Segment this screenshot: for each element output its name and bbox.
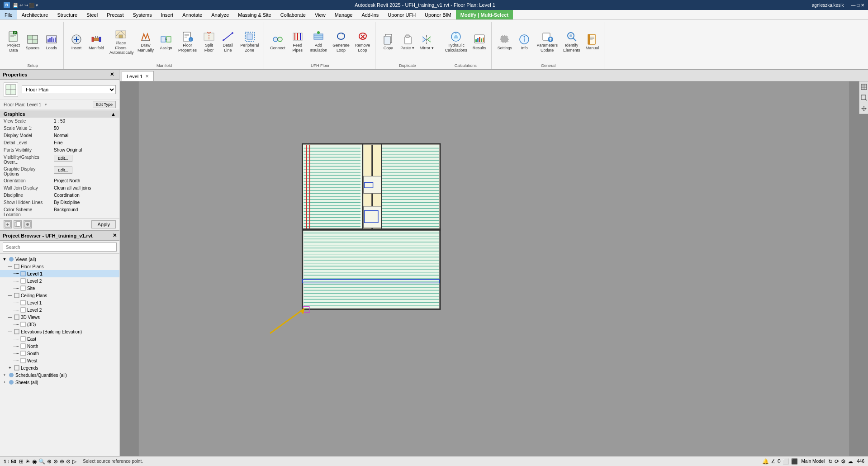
nav-icon1[interactable]: ⊕ (47, 458, 52, 465)
prop-icon-3[interactable] (24, 220, 32, 228)
canvas[interactable] (120, 81, 868, 456)
hydraulic-calc-button[interactable]: HydraulicCalculations (443, 29, 470, 54)
menu-systems[interactable]: Systems (128, 10, 156, 19)
settings-icon2[interactable]: ⚙ (841, 458, 846, 465)
cloud-icon[interactable]: ☁ (848, 458, 853, 465)
manifold-button[interactable]: Manifold (86, 32, 106, 52)
apply-button[interactable]: Apply (91, 220, 116, 228)
tree-sheets[interactable]: + Sheets (all) (0, 379, 119, 386)
manual-button[interactable]: Manual (583, 32, 601, 52)
menu-precast[interactable]: Precast (102, 10, 128, 19)
params-update-button[interactable]: ParametersUpdate (534, 29, 560, 54)
identify-elements-button[interactable]: IdentifyElements (561, 29, 583, 54)
split-floor-button[interactable]: SplitFloor (200, 29, 218, 54)
level1-tab[interactable]: Level 1 ✕ (122, 71, 154, 81)
place-floors-button[interactable]: Place FloorsAutomatically (107, 27, 134, 57)
browser-close[interactable]: ✕ (113, 233, 117, 238)
menu-uponor-ufh[interactable]: Uponor UFH (383, 10, 420, 19)
peripheral-zone-button[interactable]: PeripheralZone (238, 29, 261, 54)
graphic-display-value[interactable]: Edit... (52, 166, 119, 177)
zoom-in-icon[interactable]: 🔍 (38, 458, 45, 465)
properties-close[interactable]: ✕ (107, 70, 117, 80)
toggle-ceiling[interactable]: — (7, 293, 13, 298)
tree-west[interactable]: ····· West (0, 357, 119, 364)
refresh-icon[interactable]: ↻ (828, 458, 833, 465)
menu-addins[interactable]: Add-Ins (357, 10, 383, 19)
menu-file[interactable]: File (0, 10, 17, 19)
detail-line-button[interactable]: DetailLine (219, 29, 237, 54)
tree-south[interactable]: ····· South (0, 350, 119, 357)
tree-level2[interactable]: ····· Level 2 (0, 277, 119, 285)
toggle-3d[interactable]: — (7, 315, 13, 319)
draw-manually-button[interactable]: DrawManually (135, 29, 156, 54)
results-button[interactable]: Results (470, 32, 489, 52)
sync-icon[interactable]: ⟳ (835, 458, 839, 465)
tree-ceiling-level2[interactable]: ····· Level 2 (0, 306, 119, 314)
loads-button[interactable]: Loads (43, 32, 61, 52)
window-controls[interactable]: — □ ✕ (851, 3, 864, 8)
assign-button[interactable]: Assign (157, 32, 175, 52)
edit-type-button[interactable]: Edit Type (93, 101, 116, 108)
nav-icon5[interactable]: ▷ (72, 458, 76, 465)
tree-level1[interactable]: ····· Level 1 (0, 270, 119, 277)
generate-loop-button[interactable]: GenerateLoop (330, 29, 352, 54)
mirror-button[interactable]: Mirror ▾ (417, 32, 436, 52)
scale-icon[interactable]: ⊞ (19, 458, 24, 465)
menu-uponor-bim[interactable]: Uponor BIM (420, 10, 456, 19)
toggle-schedules[interactable]: + (2, 373, 7, 377)
nav-icon3[interactable]: ⊗ (60, 458, 64, 465)
tree-site[interactable]: ····· Site (0, 285, 119, 292)
menu-massing[interactable]: Massing & Site (233, 10, 275, 19)
nav-icon4[interactable]: ⊘ (66, 458, 71, 465)
toggle-legends[interactable]: + (7, 366, 13, 370)
zoom-fit-icon[interactable] (859, 81, 868, 92)
menu-analyze[interactable]: Analyze (207, 10, 233, 19)
graphic-display-edit-btn[interactable]: Edit... (54, 166, 72, 174)
connect-button[interactable]: Connect (268, 32, 288, 52)
view-icon1[interactable]: ⬜ (783, 458, 789, 465)
graphics-collapse[interactable]: ▲ (111, 111, 116, 117)
sun-icon[interactable]: ☀ (25, 458, 30, 465)
tree-ceiling-plans[interactable]: — Ceiling Plans (0, 292, 119, 299)
toggle-level1[interactable]: ····· (14, 271, 19, 276)
spaces-button[interactable]: Spaces (24, 32, 42, 52)
view-icon2[interactable]: ⬛ (791, 458, 798, 465)
remove-loop-button[interactable]: RemoveLoop (353, 29, 373, 54)
menu-steel[interactable]: Steel (82, 10, 102, 19)
feed-pipes-button[interactable]: FeedPipes (289, 29, 307, 54)
copy-button[interactable]: Copy (379, 32, 397, 52)
tree-views-all[interactable]: ▼ Views (all) (0, 256, 119, 263)
render-icon[interactable]: ◉ (32, 458, 37, 465)
tree-ceiling-level1[interactable]: ····· Level 1 (0, 299, 119, 306)
tree-north[interactable]: ····· North (0, 342, 119, 350)
tree-schedules[interactable]: + Schedules/Quantities (all) (0, 371, 119, 379)
tree-elevations[interactable]: — Elevations (Building Elevation) (0, 328, 119, 335)
project-data-button[interactable]: P ProjectData (5, 29, 23, 54)
settings-button[interactable]: Settings (495, 32, 515, 52)
visibility-graphics-value[interactable]: Edit... (52, 154, 119, 165)
dropdown-arrow[interactable]: ▾ (45, 102, 47, 107)
menu-architecture[interactable]: Architecture (17, 10, 53, 19)
floor-properties-button[interactable]: i FloorProperties (176, 29, 199, 54)
toggle-sheets[interactable]: + (2, 380, 7, 385)
floor-plan-type-select[interactable]: Floor Plan (22, 85, 116, 94)
prop-icon-2[interactable] (14, 220, 22, 228)
menu-structure[interactable]: Structure (52, 10, 82, 19)
menu-modify-multiselect[interactable]: Modify | Multi-Select (456, 10, 513, 19)
toggle-floor-plans[interactable]: — (7, 264, 13, 269)
paste-button[interactable]: Paste ▾ (398, 32, 417, 52)
tree-east[interactable]: ····· East (0, 335, 119, 342)
insert-button[interactable]: Insert (67, 32, 85, 52)
tree-legends[interactable]: + Legends (0, 364, 119, 371)
visibility-edit-btn[interactable]: Edit... (54, 155, 72, 162)
toggle-elev[interactable]: — (7, 329, 13, 334)
prop-icon-1[interactable] (4, 220, 12, 228)
tree-floor-plans[interactable]: — Floor Plans (0, 263, 119, 270)
info-button[interactable]: i Info (515, 32, 533, 52)
menu-manage[interactable]: Manage (330, 10, 357, 19)
tab-close[interactable]: ✕ (145, 74, 149, 79)
tree-3d[interactable]: ····· (3D) (0, 321, 119, 328)
add-insulation-button[interactable]: AddInsulation (308, 29, 330, 54)
tree-3d-views[interactable]: — 3D Views (0, 314, 119, 321)
browser-search-input[interactable] (3, 243, 117, 252)
